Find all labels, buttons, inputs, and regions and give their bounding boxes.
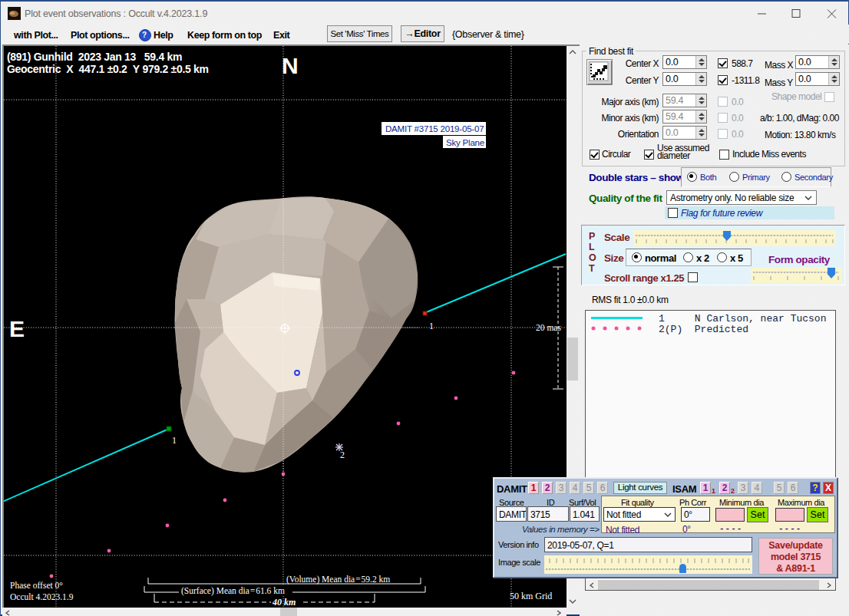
svg-text:N: N: [282, 53, 299, 78]
svg-text:E: E: [9, 316, 25, 341]
svg-text:DAMIT #3715 2019-05-07: DAMIT #3715 2019-05-07: [385, 124, 484, 133]
svg-text:(891) Gunhild 2023 Jan 13 5: (891) Gunhild 2023 Jan 13 59.4 km: [7, 51, 182, 63]
svg-text:Sky Plane: Sky Plane: [446, 138, 484, 147]
svg-text:40 km: 40 km: [272, 597, 296, 608]
svg-text:2: 2: [340, 450, 345, 460]
svg-text:1: 1: [172, 435, 177, 446]
svg-text:Phase offset 0°: Phase offset 0°: [10, 581, 63, 590]
svg-text:Occult 4.2023.1.9: Occult 4.2023.1.9: [10, 592, 74, 601]
svg-text:20 mas: 20 mas: [536, 323, 561, 332]
svg-text:Geocentric X 447.1 ±0.2 Y 9: Geocentric X 447.1 ±0.2 Y 979.2 ±0.5 km: [7, 63, 209, 75]
svg-text:50 km Grid: 50 km Grid: [510, 591, 552, 601]
svg-text:(Volume) Mean dia = 59.2 km: (Volume) Mean dia = 59.2 km: [286, 575, 390, 585]
svg-text:(Surface) Mean dia = 61.6 km: (Surface) Mean dia = 61.6 km: [181, 586, 285, 596]
svg-text:1: 1: [429, 321, 434, 331]
